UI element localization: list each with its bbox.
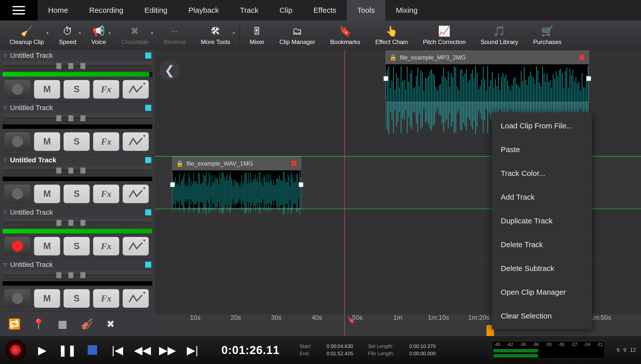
menu-item-add-track[interactable]: Add Track xyxy=(492,185,592,209)
tool-speed[interactable]: ⏱Speed▼ xyxy=(51,21,84,50)
close-clip-button[interactable]: ✖ xyxy=(578,53,585,63)
slider-knob[interactable] xyxy=(80,168,85,174)
audio-clip[interactable]: 🔒file_example_WAV_1MG✖ xyxy=(172,157,301,208)
menu-tab-editing[interactable]: Editing xyxy=(134,0,178,21)
tool-effect-chain[interactable]: 👆Effect Chain xyxy=(368,21,415,50)
fx-button[interactable]: Fx xyxy=(93,289,119,308)
fx-button[interactable]: Fx xyxy=(93,237,119,255)
mute-button[interactable]: M xyxy=(34,132,60,151)
collapse-panel-button[interactable]: ❮ xyxy=(159,60,180,81)
slider-knob[interactable] xyxy=(56,272,61,278)
arm-record-button[interactable] xyxy=(5,289,31,308)
menu-tab-playback[interactable]: Playback xyxy=(178,0,230,21)
menu-item-paste[interactable]: Paste xyxy=(492,138,592,161)
tool-cleanup-clip[interactable]: 🧹Cleanup Clip▼ xyxy=(2,21,51,50)
track-name[interactable]: Untitled Track xyxy=(10,261,53,269)
timeline[interactable]: ❮ 🔒file_example_MP3_2MG✖🔒file_example_WA… xyxy=(155,50,641,336)
fx-button[interactable]: Fx xyxy=(93,185,119,203)
slider-knob[interactable] xyxy=(80,220,85,226)
menu-tab-mixing[interactable]: Mixing xyxy=(385,0,428,21)
mute-button[interactable]: M xyxy=(34,289,60,308)
expand-icon[interactable]: ▽ xyxy=(4,157,7,163)
slider-knob[interactable] xyxy=(56,115,61,121)
stop-button[interactable] xyxy=(84,342,101,357)
track-name[interactable]: Untitled Track xyxy=(10,52,53,60)
slider-knob[interactable] xyxy=(80,63,85,69)
arm-record-button[interactable] xyxy=(5,132,31,151)
menu-item-duplicate-track[interactable]: Duplicate Track xyxy=(492,209,592,233)
solo-button[interactable]: S xyxy=(64,185,90,203)
menu-tab-recording[interactable]: Recording xyxy=(79,0,134,21)
slider-knob[interactable] xyxy=(68,63,73,69)
tool-voice[interactable]: 📢Voice▼ xyxy=(84,21,114,50)
solo-button[interactable]: S xyxy=(64,80,90,99)
slider-knob[interactable] xyxy=(68,220,73,226)
slider-knob[interactable] xyxy=(80,272,85,278)
slider-knob[interactable] xyxy=(68,272,73,278)
mute-button[interactable]: M xyxy=(34,237,60,255)
close-clip-button[interactable]: ✖ xyxy=(290,159,297,169)
clip-handle-right[interactable] xyxy=(586,76,591,81)
track-name[interactable]: Untitled Track xyxy=(10,104,53,112)
loop-button[interactable]: 🔁 xyxy=(8,317,22,331)
track-color-chip[interactable] xyxy=(145,262,151,268)
track-header[interactable]: ▽Untitled TrackMSFx▼ xyxy=(0,155,155,207)
solo-button[interactable]: S xyxy=(64,237,90,255)
go-to-start-button[interactable]: |◀ xyxy=(109,342,126,357)
solo-button[interactable]: S xyxy=(64,132,90,151)
tool-mixer[interactable]: 🎚Mixer xyxy=(242,21,272,50)
track-header[interactable]: ▽Untitled TrackMSFx▼ xyxy=(0,50,155,102)
track-color-chip[interactable] xyxy=(145,105,151,111)
track-header[interactable]: ▽Untitled TrackMSFx▼ xyxy=(0,259,155,311)
clip-header[interactable]: 🔒file_example_MP3_2MG✖ xyxy=(386,51,589,64)
arm-record-button[interactable] xyxy=(5,237,31,255)
tool-pitch-correction[interactable]: 📈Pitch Correction xyxy=(415,21,473,50)
menu-tab-tools[interactable]: Tools xyxy=(347,0,385,21)
record-button[interactable] xyxy=(5,339,26,360)
track-name[interactable]: Untitled Track xyxy=(10,156,56,164)
track-header[interactable]: ▽Untitled TrackMSFx▼ xyxy=(0,102,155,155)
track-color-chip[interactable] xyxy=(145,209,151,215)
track-name[interactable]: Untitled Track xyxy=(10,208,53,216)
slider-knob[interactable] xyxy=(80,115,85,121)
mute-button[interactable]: M xyxy=(34,185,60,203)
slider-knob[interactable] xyxy=(56,220,61,226)
track-sliders[interactable] xyxy=(3,62,152,71)
menu-tab-clip[interactable]: Clip xyxy=(269,0,303,21)
automation-button[interactable]: ▼ xyxy=(123,289,149,308)
clip-header[interactable]: 🔒file_example_WAV_1MG✖ xyxy=(173,157,301,170)
playhead[interactable] xyxy=(344,50,345,336)
menu-tab-effects[interactable]: Effects xyxy=(303,0,347,21)
fx-button[interactable]: Fx xyxy=(93,132,119,151)
mute-button[interactable]: M xyxy=(34,80,60,99)
audio-clip[interactable]: 🔒file_example_MP3_2MG✖ xyxy=(386,51,589,102)
menu-item-delete-subtrack[interactable]: Delete Subtrack xyxy=(492,256,592,280)
arm-record-button[interactable] xyxy=(5,185,31,203)
marker-button[interactable]: 📍 xyxy=(32,317,46,331)
tool-sound-library[interactable]: 🎵Sound Library xyxy=(473,21,526,50)
menu-tab-track[interactable]: Track xyxy=(229,0,269,21)
track-sliders[interactable] xyxy=(3,114,152,123)
clip-handle-right[interactable] xyxy=(299,182,303,187)
slider-knob[interactable] xyxy=(56,168,61,174)
automation-button[interactable]: ▼ xyxy=(123,237,149,255)
fast-forward-button[interactable]: ▶▶ xyxy=(159,342,176,357)
expand-icon[interactable]: ▽ xyxy=(4,262,7,267)
track-header[interactable]: ▽Untitled TrackMSFx▼ xyxy=(0,207,155,259)
slider-knob[interactable] xyxy=(56,63,61,69)
track-sliders[interactable] xyxy=(3,271,152,280)
tool-more-tools[interactable]: 🛠More Tools▼ xyxy=(193,21,238,50)
menu-item-load-clip-from-file-[interactable]: Load Clip From File... xyxy=(492,114,592,138)
rewind-button[interactable]: ◀◀ xyxy=(134,342,151,357)
tool-clip-manager[interactable]: 🗂Clip Manager xyxy=(272,21,323,50)
clip-handle-left[interactable] xyxy=(170,182,175,187)
menu-item-track-color-[interactable]: Track Color... xyxy=(492,161,592,185)
hamburger-menu[interactable] xyxy=(0,0,38,21)
track-color-chip[interactable] xyxy=(145,157,151,163)
track-sliders[interactable] xyxy=(3,218,152,227)
slider-knob[interactable] xyxy=(68,115,73,121)
play-button[interactable]: ▶ xyxy=(34,342,51,357)
snap-button[interactable]: ▦ xyxy=(56,317,70,331)
automation-button[interactable]: ▼ xyxy=(123,80,149,99)
menu-tab-home[interactable]: Home xyxy=(38,0,79,21)
